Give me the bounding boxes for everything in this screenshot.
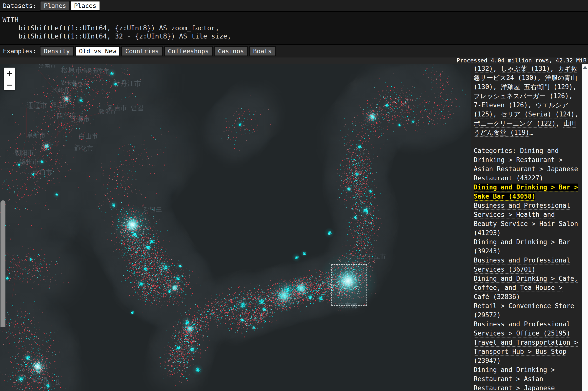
dataset-button-planes[interactable]: Planes	[40, 1, 70, 11]
category-link[interactable]: Business and Professional Services (3670…	[474, 257, 570, 273]
datasets-toolbar: Datasets: PlanesPlaces	[0, 0, 588, 12]
category-link[interactable]: Travel and Transportation > Transport Hu…	[474, 339, 578, 364]
map-selection-rectangle	[331, 264, 367, 306]
panel-scrollbar[interactable]	[582, 64, 588, 391]
brand-link[interactable]: (132)	[474, 65, 493, 72]
examples-label: Examples:	[3, 48, 36, 55]
brands-paragraph: (132), しゃぶ葉 (131), カギ救急サービス24 (130), 洋服の…	[474, 64, 581, 137]
category-link[interactable]: Retail > Convenience Store (29572)	[474, 302, 574, 319]
category-link-highlighted[interactable]: Dining and Drinking > Bar > Sake Bar (43…	[474, 184, 578, 200]
categories-label: Categories:	[474, 147, 520, 154]
category-link[interactable]: Business and Professional Services > Off…	[474, 320, 570, 337]
brand-link[interactable]: 洋麺屋 五右衛門 (129)	[501, 83, 573, 91]
scrollbar-up-arrow-icon[interactable]	[583, 66, 587, 69]
examples-button-group: DensityOld vs NewCountriesCoffeeshopsCas…	[40, 46, 277, 56]
brand-link[interactable]: セリア (Seria) (124)	[501, 110, 575, 118]
example-button-old-vs-new[interactable]: Old vs New	[75, 46, 120, 56]
datasets-button-group: PlanesPlaces	[40, 1, 100, 11]
category-link[interactable]: Dining and Drinking > Cafe, Coffee, and …	[474, 275, 578, 300]
brand-link[interactable]: フレッシュネスバーガー (126)	[474, 92, 569, 100]
map-zoom-control: + −	[4, 68, 15, 90]
datasets-label: Datasets:	[3, 2, 36, 9]
sql-editor[interactable]: WITH bitShiftLeft(1::UInt64, {z:UInt8}) …	[0, 12, 588, 44]
panel-scrollbar-thumb[interactable]	[0, 200, 5, 327]
example-button-coffeeshops[interactable]: Coffeeshops	[164, 46, 213, 56]
results-panel: (132), しゃぶ葉 (131), カギ救急サービス24 (130), 洋服の…	[471, 64, 582, 391]
brand-link[interactable]: しゃぶ葉 (131)	[501, 65, 550, 72]
example-button-density[interactable]: Density	[40, 46, 74, 56]
category-link[interactable]: Business and Professional Services > Hea…	[474, 202, 578, 237]
example-button-countries[interactable]: Countries	[121, 46, 162, 56]
query-status: Processed 4.04 million rows, 42.32 MiB	[0, 58, 588, 64]
brand-link[interactable]: 7-Eleven (126)	[474, 101, 528, 109]
category-link[interactable]: Dining and Drinking > Restaurant > Asian…	[474, 366, 555, 391]
sql-code[interactable]: WITH bitShiftLeft(1::UInt64, {z:UInt8}) …	[0, 12, 588, 44]
zoom-out-button[interactable]: −	[4, 79, 15, 90]
categories-paragraph: Categories: Dining and Drinking > Restau…	[474, 146, 581, 391]
category-link[interactable]: Dining and Drinking > Bar (39243)	[474, 238, 570, 255]
brand-link[interactable]: ポニークリーニング (122)	[474, 120, 556, 127]
examples-toolbar: Examples: DensityOld vs NewCountriesCoff…	[0, 44, 588, 58]
zoom-in-button[interactable]: +	[4, 68, 15, 79]
example-button-casinos[interactable]: Casinos	[214, 46, 248, 56]
dataset-button-places[interactable]: Places	[70, 1, 100, 11]
example-button-boats[interactable]: Boats	[249, 46, 276, 56]
